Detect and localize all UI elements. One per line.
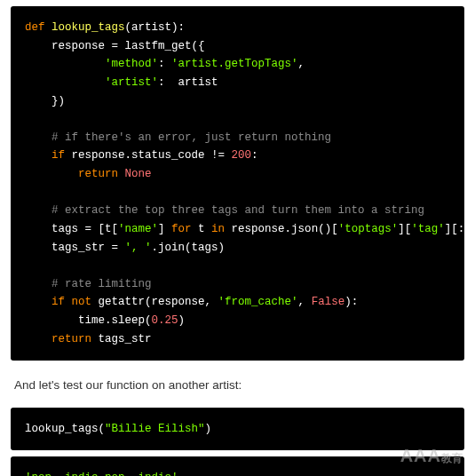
- space: [45, 21, 52, 34]
- const-none: None: [125, 168, 152, 180]
- comment: # extract the top three tags and turn th…: [25, 204, 424, 217]
- prose-text: And let's test our function on another a…: [0, 367, 475, 401]
- keyword-in: in: [211, 223, 225, 235]
- code-line: response = lastfm_get({: [25, 40, 205, 52]
- params: (artist):: [125, 21, 186, 34]
- code-block-3-output: 'pop, indie pop, indie': [11, 456, 464, 476]
- const-false: False: [312, 296, 345, 308]
- code-block-2: lookup_tags("Billie Eilish"): [11, 408, 464, 451]
- number: 200: [232, 149, 252, 162]
- indent: [25, 58, 105, 70]
- keyword-not: not: [72, 296, 92, 308]
- keyword-def: def: [25, 21, 45, 34]
- code-block-1: def lookup_tags(artist): response = last…: [11, 6, 464, 361]
- output-string: 'pop, indie pop, indie': [25, 472, 178, 476]
- keyword-return: return: [78, 168, 118, 180]
- call: lookup_tags(: [25, 423, 105, 435]
- comment: # rate limiting: [25, 278, 152, 290]
- keyword-for: for: [171, 223, 192, 235]
- keyword-return: return: [51, 333, 91, 345]
- keyword-if: if: [51, 296, 65, 308]
- string: 'method': [105, 58, 158, 70]
- keyword-if: if: [51, 149, 65, 162]
- code-line: }): [25, 95, 65, 107]
- string: 'artist.getTopTags': [171, 58, 298, 70]
- comment: # if there's an error, just return nothi…: [25, 131, 331, 144]
- string-arg: "Billie Eilish": [105, 423, 205, 435]
- function-name: lookup_tags: [51, 21, 125, 34]
- string: 'artist': [105, 76, 158, 89]
